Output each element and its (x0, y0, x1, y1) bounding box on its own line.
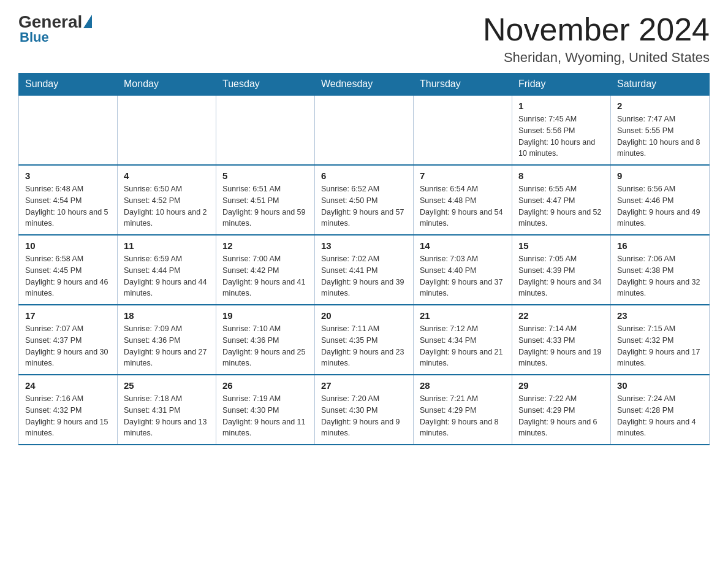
weekday-header-thursday: Thursday (414, 74, 512, 96)
day-sun-info: Sunrise: 7:22 AMSunset: 4:29 PMDaylight:… (518, 393, 604, 439)
day-sun-info: Sunrise: 7:24 AMSunset: 4:28 PMDaylight:… (617, 393, 703, 439)
day-number: 1 (518, 101, 604, 111)
day-sun-info: Sunrise: 6:48 AMSunset: 4:54 PMDaylight:… (25, 183, 111, 229)
day-number: 19 (222, 310, 308, 321)
calendar-cell: 15Sunrise: 7:05 AMSunset: 4:39 PMDayligh… (512, 235, 611, 305)
day-sun-info: Sunrise: 7:10 AMSunset: 4:36 PMDaylight:… (222, 323, 308, 369)
day-number: 14 (420, 240, 506, 251)
calendar-table: SundayMondayTuesdayWednesdayThursdayFrid… (18, 73, 710, 445)
day-number: 7 (420, 170, 506, 181)
calendar-cell: 18Sunrise: 7:09 AMSunset: 4:36 PMDayligh… (118, 305, 216, 375)
calendar-cell: 25Sunrise: 7:18 AMSunset: 4:31 PMDayligh… (118, 375, 216, 445)
calendar-cell: 22Sunrise: 7:14 AMSunset: 4:33 PMDayligh… (512, 305, 611, 375)
day-sun-info: Sunrise: 7:16 AMSunset: 4:32 PMDaylight:… (25, 393, 111, 439)
title-block: November 2024 Sheridan, Wyoming, United … (483, 12, 710, 66)
day-sun-info: Sunrise: 7:09 AMSunset: 4:36 PMDaylight:… (124, 323, 210, 369)
calendar-cell: 9Sunrise: 6:56 AMSunset: 4:46 PMDaylight… (611, 165, 710, 235)
calendar-cell (414, 95, 512, 165)
day-number: 3 (25, 170, 111, 181)
weekday-header-saturday: Saturday (611, 74, 710, 96)
day-sun-info: Sunrise: 6:50 AMSunset: 4:52 PMDaylight:… (124, 183, 210, 229)
day-number: 2 (617, 101, 703, 111)
month-title: November 2024 (483, 12, 710, 47)
day-number: 26 (222, 380, 308, 391)
calendar-cell: 4Sunrise: 6:50 AMSunset: 4:52 PMDaylight… (118, 165, 216, 235)
day-number: 17 (25, 310, 111, 321)
day-sun-info: Sunrise: 6:54 AMSunset: 4:48 PMDaylight:… (420, 183, 506, 229)
day-sun-info: Sunrise: 7:15 AMSunset: 4:32 PMDaylight:… (617, 323, 703, 369)
day-sun-info: Sunrise: 7:02 AMSunset: 4:41 PMDaylight:… (321, 253, 407, 299)
day-number: 16 (617, 240, 703, 251)
calendar-cell: 5Sunrise: 6:51 AMSunset: 4:51 PMDaylight… (216, 165, 315, 235)
calendar-cell: 20Sunrise: 7:11 AMSunset: 4:35 PMDayligh… (315, 305, 414, 375)
day-sun-info: Sunrise: 7:19 AMSunset: 4:30 PMDaylight:… (222, 393, 308, 439)
logo-triangle-icon (83, 15, 92, 28)
day-number: 12 (222, 240, 308, 251)
calendar-cell (216, 95, 315, 165)
day-number: 18 (124, 310, 210, 321)
calendar-cell (315, 95, 414, 165)
day-sun-info: Sunrise: 6:51 AMSunset: 4:51 PMDaylight:… (222, 183, 308, 229)
day-number: 28 (420, 380, 506, 391)
day-sun-info: Sunrise: 7:45 AMSunset: 5:56 PMDaylight:… (518, 113, 604, 159)
day-number: 21 (420, 310, 506, 321)
calendar-cell: 12Sunrise: 7:00 AMSunset: 4:42 PMDayligh… (216, 235, 315, 305)
calendar-cell: 14Sunrise: 7:03 AMSunset: 4:40 PMDayligh… (414, 235, 512, 305)
day-number: 5 (222, 170, 308, 181)
weekday-header-sunday: Sunday (19, 74, 118, 96)
day-sun-info: Sunrise: 6:58 AMSunset: 4:45 PMDaylight:… (25, 253, 111, 299)
calendar-cell: 30Sunrise: 7:24 AMSunset: 4:28 PMDayligh… (611, 375, 710, 445)
calendar-cell: 3Sunrise: 6:48 AMSunset: 4:54 PMDaylight… (19, 165, 118, 235)
day-sun-info: Sunrise: 6:52 AMSunset: 4:50 PMDaylight:… (321, 183, 407, 229)
day-sun-info: Sunrise: 7:03 AMSunset: 4:40 PMDaylight:… (420, 253, 506, 299)
day-sun-info: Sunrise: 7:00 AMSunset: 4:42 PMDaylight:… (222, 253, 308, 299)
weekday-header-friday: Friday (512, 74, 611, 96)
calendar-cell: 2Sunrise: 7:47 AMSunset: 5:55 PMDaylight… (611, 95, 710, 165)
calendar-cell (118, 95, 216, 165)
day-number: 4 (124, 170, 210, 181)
day-sun-info: Sunrise: 6:56 AMSunset: 4:46 PMDaylight:… (617, 183, 703, 229)
calendar-cell: 16Sunrise: 7:06 AMSunset: 4:38 PMDayligh… (611, 235, 710, 305)
day-sun-info: Sunrise: 7:14 AMSunset: 4:33 PMDaylight:… (518, 323, 604, 369)
calendar-cell: 24Sunrise: 7:16 AMSunset: 4:32 PMDayligh… (19, 375, 118, 445)
calendar-week-row: 17Sunrise: 7:07 AMSunset: 4:37 PMDayligh… (19, 305, 710, 375)
day-number: 9 (617, 170, 703, 181)
calendar-cell: 6Sunrise: 6:52 AMSunset: 4:50 PMDaylight… (315, 165, 414, 235)
day-number: 25 (124, 380, 210, 391)
weekday-header-monday: Monday (118, 74, 216, 96)
calendar-cell: 13Sunrise: 7:02 AMSunset: 4:41 PMDayligh… (315, 235, 414, 305)
calendar-cell: 27Sunrise: 7:20 AMSunset: 4:30 PMDayligh… (315, 375, 414, 445)
day-sun-info: Sunrise: 7:47 AMSunset: 5:55 PMDaylight:… (617, 113, 703, 159)
day-number: 15 (518, 240, 604, 251)
day-sun-info: Sunrise: 7:11 AMSunset: 4:35 PMDaylight:… (321, 323, 407, 369)
calendar-cell: 21Sunrise: 7:12 AMSunset: 4:34 PMDayligh… (414, 305, 512, 375)
calendar-week-row: 3Sunrise: 6:48 AMSunset: 4:54 PMDaylight… (19, 165, 710, 235)
day-number: 30 (617, 380, 703, 391)
day-sun-info: Sunrise: 6:59 AMSunset: 4:44 PMDaylight:… (124, 253, 210, 299)
weekday-header-row: SundayMondayTuesdayWednesdayThursdayFrid… (19, 74, 710, 96)
page-header: General Blue November 2024 Sheridan, Wyo… (18, 12, 710, 66)
day-number: 13 (321, 240, 407, 251)
calendar-cell: 11Sunrise: 6:59 AMSunset: 4:44 PMDayligh… (118, 235, 216, 305)
calendar-cell: 8Sunrise: 6:55 AMSunset: 4:47 PMDaylight… (512, 165, 611, 235)
day-number: 6 (321, 170, 407, 181)
location-subtitle: Sheridan, Wyoming, United States (483, 50, 710, 66)
calendar-cell: 17Sunrise: 7:07 AMSunset: 4:37 PMDayligh… (19, 305, 118, 375)
weekday-header-wednesday: Wednesday (315, 74, 414, 96)
day-number: 22 (518, 310, 604, 321)
day-number: 8 (518, 170, 604, 181)
logo-blue-bottom: Blue (20, 29, 49, 45)
day-number: 27 (321, 380, 407, 391)
calendar-week-row: 10Sunrise: 6:58 AMSunset: 4:45 PMDayligh… (19, 235, 710, 305)
day-number: 24 (25, 380, 111, 391)
weekday-header-tuesday: Tuesday (216, 74, 315, 96)
day-sun-info: Sunrise: 7:06 AMSunset: 4:38 PMDaylight:… (617, 253, 703, 299)
calendar-cell: 29Sunrise: 7:22 AMSunset: 4:29 PMDayligh… (512, 375, 611, 445)
day-sun-info: Sunrise: 7:12 AMSunset: 4:34 PMDaylight:… (420, 323, 506, 369)
calendar-cell: 7Sunrise: 6:54 AMSunset: 4:48 PMDaylight… (414, 165, 512, 235)
calendar-week-row: 24Sunrise: 7:16 AMSunset: 4:32 PMDayligh… (19, 375, 710, 445)
day-sun-info: Sunrise: 7:05 AMSunset: 4:39 PMDaylight:… (518, 253, 604, 299)
calendar-week-row: 1Sunrise: 7:45 AMSunset: 5:56 PMDaylight… (19, 95, 710, 165)
calendar-cell: 26Sunrise: 7:19 AMSunset: 4:30 PMDayligh… (216, 375, 315, 445)
day-sun-info: Sunrise: 7:20 AMSunset: 4:30 PMDaylight:… (321, 393, 407, 439)
